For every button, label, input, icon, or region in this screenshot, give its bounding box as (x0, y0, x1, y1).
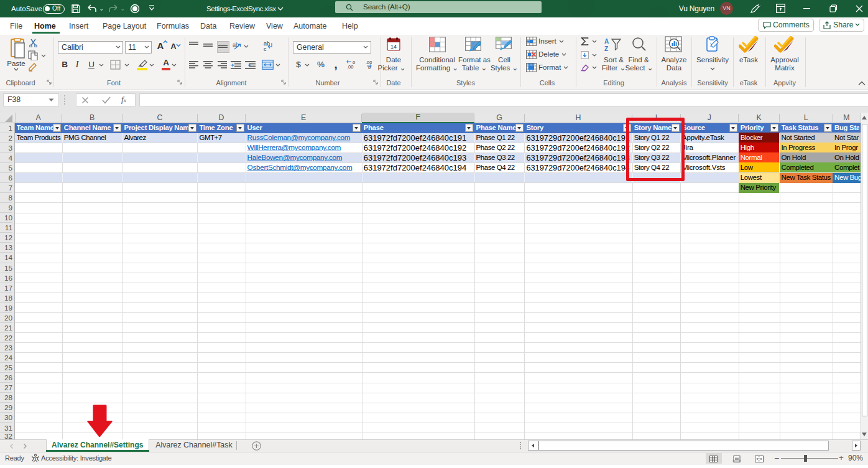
svg-text:c: c (264, 46, 267, 52)
svg-text:Z: Z (604, 45, 608, 52)
svg-text:A: A (604, 38, 609, 45)
svg-text:ab: ab (233, 42, 239, 48)
svg-text:14: 14 (390, 44, 397, 50)
svg-text:.00: .00 (347, 64, 353, 69)
svg-text:0: 0 (368, 65, 371, 70)
